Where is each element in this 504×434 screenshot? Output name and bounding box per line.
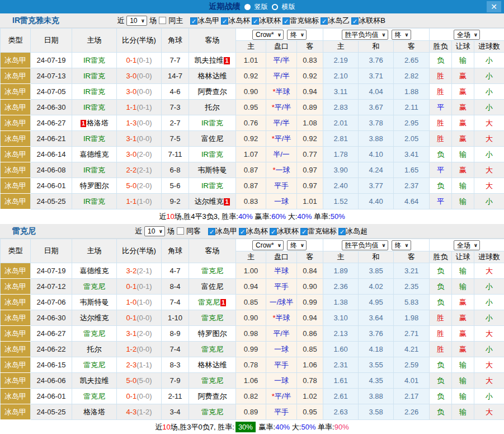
cell-mean-draw: 3.85 bbox=[359, 263, 394, 279]
cell-mean-home: 2.83 bbox=[323, 100, 359, 115]
near-label: 近 bbox=[135, 226, 142, 236]
cell-mean-draw: 3.77 bbox=[359, 178, 394, 194]
cell-home-team: IR雷克 bbox=[72, 100, 117, 115]
mean-source-select[interactable]: 胜平负均值 bbox=[342, 241, 388, 250]
odds-period-select[interactable]: 终 bbox=[288, 30, 306, 39]
cell-league: 冰岛甲 bbox=[1, 263, 31, 279]
cell-mean-home: 2.13 bbox=[323, 326, 359, 342]
dialog-titlebar: 近期战绩 竖版 横版 ✕ bbox=[0, 0, 504, 13]
cell-handicap: 一球 bbox=[266, 373, 297, 389]
cell-odds-home: 0.83 bbox=[236, 194, 266, 209]
team-name: IR雷克雅未克 bbox=[12, 16, 59, 26]
cell-handicap-result: 输 bbox=[452, 279, 474, 295]
horizontal-layout-radio[interactable] bbox=[272, 4, 278, 10]
cell-away-team: 雷克尼 bbox=[189, 342, 236, 357]
league-label: 冰岛杯 bbox=[228, 16, 250, 25]
recent-count-select[interactable]: 10 bbox=[145, 227, 164, 236]
league-checkbox[interactable]: ✓ bbox=[190, 17, 197, 25]
cell-goals-result: 小 bbox=[474, 310, 504, 326]
cell-home-team: IR雷克 bbox=[72, 84, 117, 100]
cell-home-team: IR雷克 bbox=[72, 53, 117, 68]
match-row: 冰岛甲24-06-01特罗图尔5-0(2-0)5-6IR雷克0.87平手0.97… bbox=[1, 178, 504, 194]
cell-handicap: 平/半 bbox=[266, 115, 297, 131]
cell-league: 冰岛甲 bbox=[1, 279, 31, 295]
cell-score: 5-0(5-0) bbox=[117, 373, 162, 389]
match-row: 冰岛甲24-07-19嘉德维克3-2(2-1)4-7雷克尼1.00半球0.841… bbox=[1, 263, 504, 279]
cell-odds-away: 0.97 bbox=[297, 178, 323, 194]
mean-source-select[interactable]: 胜平负均值 bbox=[342, 30, 388, 39]
cell-corners: 7-7 bbox=[162, 53, 189, 68]
league-label: 雷克锦标 bbox=[290, 16, 319, 25]
league-checkbox[interactable]: ✓ bbox=[282, 17, 290, 25]
cell-handicap-result: 输 bbox=[452, 147, 474, 162]
cell-handicap-result: 赢 bbox=[452, 310, 474, 326]
odds-select-cell: Crow*终 bbox=[236, 29, 323, 41]
cell-handicap-result: 赢 bbox=[452, 100, 474, 115]
league-checkbox[interactable]: ✓ bbox=[270, 228, 277, 235]
match-row: 冰岛甲24-06-01雷克尼0-1(0-0)2-11阿费查尔0.82*平/半1.… bbox=[1, 389, 504, 404]
col-header-type: 类型 bbox=[1, 29, 31, 53]
cell-league: 冰岛甲 bbox=[1, 68, 31, 84]
recent-count-select[interactable]: 10 bbox=[127, 16, 147, 25]
vertical-layout-radio[interactable] bbox=[244, 4, 251, 10]
cell-mean-away: 1.65 bbox=[394, 162, 430, 178]
cell-score: 4-3(1-2) bbox=[117, 404, 162, 420]
team-label: 雷克尼 bbox=[201, 267, 223, 275]
cell-corners: 9-2 bbox=[162, 194, 189, 209]
mean-period-select[interactable]: 终 bbox=[392, 30, 411, 39]
odds-source-select[interactable]: Crow* bbox=[253, 30, 283, 39]
cell-mean-draw: 3.76 bbox=[359, 53, 394, 68]
cell-goals-result: 大 bbox=[474, 404, 504, 420]
league-checkbox[interactable]: ✓ bbox=[252, 17, 259, 25]
cell-mean-away: 2.59 bbox=[394, 357, 430, 373]
cell-date: 24-06-21 bbox=[31, 131, 72, 147]
cell-mean-draw: 4.18 bbox=[359, 342, 394, 357]
cell-mean-draw: 4.02 bbox=[359, 279, 394, 295]
cell-odds-home: 0.76 bbox=[236, 115, 266, 131]
cell-handicap: 平手 bbox=[266, 279, 297, 295]
odds-period-select[interactable]: 终 bbox=[288, 241, 306, 250]
summary-text: 10 bbox=[166, 212, 174, 221]
vertical-layout-label[interactable]: 竖版 bbox=[255, 2, 268, 12]
team-label: 托尔 bbox=[205, 103, 220, 111]
cell-mean-draw: 4.04 bbox=[359, 84, 394, 100]
team-label: 阿费查尔 bbox=[198, 392, 227, 400]
red-card-badge: 1 bbox=[224, 198, 229, 206]
league-checkbox[interactable]: ✓ bbox=[321, 17, 328, 25]
league-checkbox[interactable]: ✓ bbox=[208, 228, 215, 235]
summary-text: 大: bbox=[286, 212, 297, 221]
cell-odds-home: 1.06 bbox=[236, 373, 266, 389]
team-label: 托尔 bbox=[87, 345, 102, 353]
cell-away-team: IR雷克 bbox=[189, 115, 236, 131]
summary-text: 50% bbox=[301, 423, 315, 431]
league-checkbox[interactable]: ✓ bbox=[300, 228, 308, 235]
league-checkbox[interactable]: ✓ bbox=[351, 17, 359, 25]
same-home-checkbox[interactable] bbox=[159, 17, 166, 24]
summary-text: 90% bbox=[335, 423, 349, 431]
league-checkbox[interactable]: ✓ bbox=[338, 228, 346, 235]
cell-handicap-result: 输 bbox=[452, 53, 474, 68]
scope-select[interactable]: 全场 bbox=[454, 30, 479, 39]
team-label: 达尔维克 bbox=[194, 197, 223, 206]
league-checkbox[interactable]: ✓ bbox=[221, 17, 228, 25]
cell-goals-result: 大 bbox=[474, 115, 504, 131]
scope-select[interactable]: 全场 bbox=[454, 241, 479, 250]
subcol-handicap: 盘口 bbox=[266, 41, 297, 53]
close-button[interactable]: ✕ bbox=[487, 1, 501, 12]
cell-handicap: 平手 bbox=[266, 178, 297, 194]
same-away-checkbox[interactable] bbox=[177, 227, 184, 235]
horizontal-layout-label[interactable]: 横版 bbox=[282, 2, 295, 12]
cell-handicap-result: 赢 bbox=[452, 84, 474, 100]
cell-mean-away: 1.98 bbox=[394, 310, 430, 326]
odds-source-select[interactable]: Crow* bbox=[253, 241, 283, 250]
cell-score: 1-3(0-0) bbox=[117, 115, 162, 131]
cell-odds-away: 0.86 bbox=[297, 326, 323, 342]
cell-league: 冰岛甲 bbox=[1, 178, 31, 194]
cell-goals-result: 小 bbox=[474, 84, 504, 100]
cell-odds-home: 0.90 bbox=[236, 310, 266, 326]
cell-result: 负 bbox=[430, 178, 452, 194]
league-checkbox[interactable]: ✓ bbox=[239, 228, 246, 235]
mean-period-select[interactable]: 终 bbox=[392, 241, 411, 250]
summary-text: 10 bbox=[162, 423, 170, 431]
cell-goals-result: 小 bbox=[474, 389, 504, 404]
